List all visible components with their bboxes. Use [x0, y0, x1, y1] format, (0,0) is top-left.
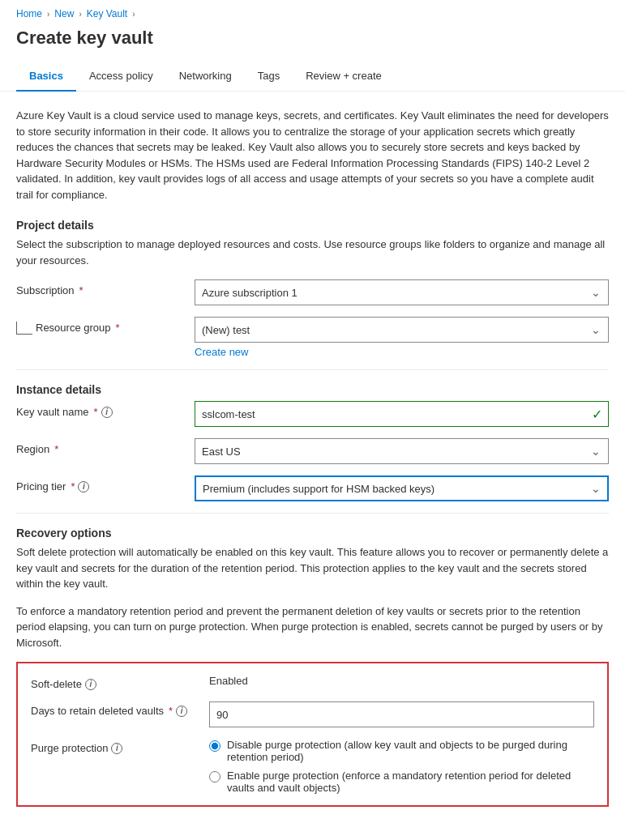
- breadcrumb-new[interactable]: New: [54, 8, 74, 19]
- pricing-tier-select[interactable]: Premium (includes support for HSM backed…: [195, 475, 609, 501]
- resource-group-select[interactable]: (New) test: [195, 317, 609, 343]
- tab-review-create[interactable]: Review + create: [293, 62, 395, 92]
- resource-group-select-wrapper: (New) test: [195, 317, 609, 343]
- breadcrumb-sep-3: ›: [132, 10, 135, 19]
- recovery-desc-1: Soft delete protection will automaticall…: [16, 544, 609, 592]
- purge-enable-radio[interactable]: [209, 771, 220, 782]
- breadcrumb-home[interactable]: Home: [16, 8, 42, 19]
- pricing-tier-control: Premium (includes support for HSM backed…: [195, 475, 609, 501]
- breadcrumb-sep-1: ›: [47, 10, 49, 19]
- recovery-highlighted-box: Soft-delete i Enabled Days to retain del…: [16, 662, 609, 807]
- soft-delete-label: Soft-delete i: [31, 675, 209, 690]
- key-vault-name-input-wrapper: ✓: [195, 401, 609, 427]
- resource-group-label-wrapper: Resource group *: [16, 317, 195, 335]
- separator-2: [16, 513, 609, 514]
- key-vault-name-valid-icon: ✓: [592, 407, 602, 422]
- purge-disable-label: Disable purge protection (allow key vaul…: [227, 739, 594, 763]
- region-required: *: [54, 443, 58, 455]
- pricing-tier-select-wrapper: Premium (includes support for HSM backed…: [195, 475, 609, 501]
- main-content: Azure Key Vault is a cloud service used …: [0, 92, 625, 823]
- key-vault-name-input[interactable]: [195, 401, 609, 427]
- pricing-tier-label: Pricing tier * i: [16, 475, 195, 492]
- resource-group-row: Resource group * (New) test Create new: [16, 317, 609, 358]
- resource-indent: [16, 322, 32, 335]
- purge-protection-info-icon[interactable]: i: [111, 743, 122, 754]
- purge-protection-row: Purge protection i Disable purge protect…: [31, 739, 594, 794]
- resource-group-label: Resource group *: [36, 317, 120, 334]
- tab-access-policy[interactable]: Access policy: [76, 62, 166, 92]
- create-new-link[interactable]: Create new: [195, 346, 248, 358]
- project-details-title: Project details: [16, 219, 609, 232]
- region-select-wrapper: East US: [195, 438, 609, 464]
- tab-networking[interactable]: Networking: [166, 62, 245, 92]
- recovery-options-title: Recovery options: [16, 527, 609, 539]
- project-details-desc: Select the subscription to manage deploy…: [16, 237, 609, 268]
- subscription-select-wrapper: Azure subscription 1: [195, 279, 609, 305]
- days-retain-info-icon[interactable]: i: [176, 706, 187, 717]
- tabs-bar: Basics Access policy Networking Tags Rev…: [0, 62, 625, 92]
- breadcrumb-key-vault[interactable]: Key Vault: [87, 8, 127, 19]
- purge-enable-label: Enable purge protection (enforce a manda…: [227, 770, 594, 794]
- purge-protection-control: Disable purge protection (allow key vaul…: [209, 739, 594, 794]
- purge-disable-radio[interactable]: [209, 740, 220, 752]
- key-vault-name-info-icon[interactable]: i: [101, 407, 113, 418]
- soft-delete-value: Enabled: [209, 675, 594, 687]
- days-retain-input[interactable]: [209, 701, 594, 727]
- soft-delete-info-icon[interactable]: i: [85, 679, 96, 690]
- instance-details-title: Instance details: [16, 383, 609, 396]
- tab-basics[interactable]: Basics: [16, 62, 76, 92]
- key-vault-name-required: *: [94, 406, 98, 418]
- soft-delete-row: Soft-delete i Enabled: [31, 675, 594, 690]
- resource-group-control: (New) test Create new: [195, 317, 609, 358]
- region-control: East US: [195, 438, 609, 464]
- key-vault-name-label: Key vault name * i: [16, 401, 195, 418]
- key-vault-name-row: Key vault name * i ✓: [16, 401, 609, 427]
- days-retain-row: Days to retain deleted vaults * i: [31, 701, 594, 727]
- pricing-tier-row: Pricing tier * i Premium (includes suppo…: [16, 475, 609, 501]
- purge-protection-radio-group: Disable purge protection (allow key vaul…: [209, 739, 594, 794]
- region-label: Region *: [16, 438, 195, 455]
- days-retain-control: [209, 701, 594, 727]
- pricing-tier-required: *: [71, 480, 75, 492]
- resource-group-required: *: [116, 322, 120, 334]
- key-vault-name-control: ✓: [195, 401, 609, 427]
- separator-1: [16, 369, 609, 370]
- subscription-control: Azure subscription 1: [195, 279, 609, 305]
- region-row: Region * East US: [16, 438, 609, 464]
- subscription-select[interactable]: Azure subscription 1: [195, 279, 609, 305]
- recovery-desc-2: To enforce a mandatory retention period …: [16, 603, 609, 651]
- days-retain-required: *: [169, 705, 173, 717]
- pricing-tier-info-icon[interactable]: i: [78, 481, 89, 492]
- purge-disable-option[interactable]: Disable purge protection (allow key vaul…: [209, 739, 594, 763]
- breadcrumb: Home › New › Key Vault ›: [0, 0, 625, 24]
- subscription-required: *: [79, 284, 83, 296]
- purge-protection-label: Purge protection i: [31, 739, 209, 754]
- intro-description: Azure Key Vault is a cloud service used …: [16, 108, 609, 203]
- purge-enable-option[interactable]: Enable purge protection (enforce a manda…: [209, 770, 594, 794]
- page-title: Create key vault: [0, 24, 625, 62]
- region-select[interactable]: East US: [195, 438, 609, 464]
- breadcrumb-sep-2: ›: [79, 10, 81, 19]
- days-retain-label: Days to retain deleted vaults * i: [31, 701, 209, 717]
- subscription-label: Subscription *: [16, 279, 195, 296]
- tab-tags[interactable]: Tags: [245, 62, 293, 92]
- subscription-row: Subscription * Azure subscription 1: [16, 279, 609, 305]
